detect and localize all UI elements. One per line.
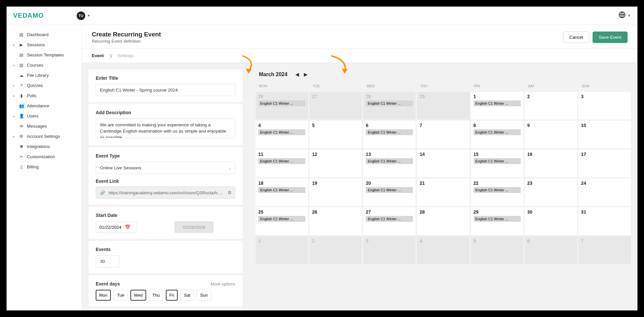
language-menu[interactable]: ▼ <box>618 11 631 20</box>
calendar-cell[interactable]: 26English C1 Winter ... <box>256 92 308 119</box>
calendar-event-chip[interactable]: English C1 Winter ... <box>258 158 305 164</box>
calendar-cell[interactable]: 14 <box>417 150 469 177</box>
calendar-cell[interactable]: 9 <box>525 121 577 148</box>
calendar-cell[interactable]: 30 <box>525 207 577 235</box>
calendar-cell[interactable]: 28English C1 Winter ... <box>363 92 416 119</box>
calendar-event-chip[interactable]: English C1 Winter ... <box>258 129 305 135</box>
day-chip-sat[interactable]: Sat <box>180 290 194 301</box>
calendar-cell[interactable]: 17 <box>578 150 631 177</box>
calendar-cell[interactable]: 23 <box>525 179 577 206</box>
calendar-cell[interactable]: 25English C1 Winter ... <box>256 207 308 235</box>
calendar-cell[interactable]: 24 <box>578 179 631 206</box>
calendar-cell[interactable]: 4English C1 Winter ... <box>256 121 308 148</box>
calendar-cell[interactable]: 22English C1 Winter ... <box>471 179 523 206</box>
calendar-cell[interactable]: 1English C1 Winter ... <box>471 92 523 119</box>
calendar-next-button[interactable]: ▶ <box>304 72 308 77</box>
calendar-event-chip[interactable]: English C1 Winter ... <box>366 100 413 106</box>
calendar-cell[interactable]: 27 <box>309 92 362 119</box>
calendar-day-number: 10 <box>581 123 628 128</box>
calendar-event-chip[interactable]: English C1 Winter ... <box>474 216 521 222</box>
description-input[interactable] <box>96 118 235 138</box>
sidebar-item-quizzes[interactable]: ▸?Quizzes <box>7 80 82 91</box>
calendar-cell[interactable]: 1 <box>256 236 308 264</box>
calendar-cell[interactable]: 7 <box>578 236 631 264</box>
calendar-event-chip[interactable]: English C1 Winter ... <box>366 187 413 193</box>
courses-icon: ▥ <box>19 63 24 68</box>
calendar-cell[interactable]: 3 <box>578 92 631 119</box>
title-input[interactable] <box>96 84 235 96</box>
calendar-cell[interactable]: 8English C1 Winter ... <box>471 121 523 148</box>
calendar-cell[interactable]: 20English C1 Winter ... <box>363 179 416 206</box>
day-chip-wed[interactable]: Wed <box>130 290 146 301</box>
calendar-cell[interactable]: 4 <box>417 236 469 264</box>
day-chip-tue[interactable]: Tue <box>113 290 128 301</box>
calendar-cell[interactable]: 2 <box>309 236 362 264</box>
sidebar-item-account-settings[interactable]: ▸⚙Account Settings <box>7 131 82 141</box>
calendar-cell[interactable]: 29 <box>417 92 469 119</box>
calendar-cell[interactable]: 2 <box>525 92 577 119</box>
sidebar-item-session-templates[interactable]: ▤Session Templates <box>7 50 82 60</box>
calendar-event-chip[interactable]: English C1 Winter ... <box>366 129 413 135</box>
calendar-cell[interactable]: 10 <box>578 121 631 148</box>
sidebar-item-attendance[interactable]: 👥Attendance <box>7 101 82 111</box>
calendar-event-chip[interactable]: English C1 Winter ... <box>474 100 521 106</box>
more-options-days-link[interactable]: More options <box>211 282 235 286</box>
sidebar-item-sessions[interactable]: ▸▶Sessions <box>7 40 82 50</box>
calendar-cell[interactable]: 3 <box>363 236 416 264</box>
calendar-cell[interactable]: 29English C1 Winter ... <box>471 207 523 235</box>
calendar-cell[interactable]: 27English C1 Winter ... <box>363 207 416 235</box>
sidebar-item-label: Session Templates <box>27 53 64 57</box>
user-menu[interactable]: TU ▼ <box>77 11 90 20</box>
calendar-cell[interactable]: 11English C1 Winter ... <box>256 150 308 177</box>
sidebar-item-file-library[interactable]: ☁File Library <box>7 70 82 80</box>
calendar-cell[interactable]: 26 <box>309 207 362 235</box>
start-date-input[interactable]: 01/22/2024 📅 <box>96 221 137 233</box>
calendar-event-chip[interactable]: English C1 Winter ... <box>366 158 413 164</box>
sidebar-item-customization[interactable]: ✂Customization <box>7 152 82 162</box>
calendar-cell[interactable]: 16 <box>525 150 577 177</box>
attendance-icon: 👥 <box>19 103 24 108</box>
calendar-event-chip[interactable]: English C1 Winter ... <box>258 216 305 222</box>
calendar-event-chip[interactable]: English C1 Winter ... <box>258 187 305 193</box>
calendar-cell[interactable]: 19 <box>309 179 362 206</box>
sidebar-item-courses[interactable]: ▸▥Courses <box>7 60 82 70</box>
calendar-cell[interactable]: 5 <box>309 121 362 148</box>
sidebar-item-billing[interactable]: ▯Billing <box>7 162 82 172</box>
calendar-day-number: 2 <box>527 94 575 99</box>
save-event-button[interactable]: Save Event <box>593 32 628 43</box>
calendar-event-chip[interactable]: English C1 Winter ... <box>474 129 521 135</box>
sidebar-item-polls[interactable]: ▸▮Polls <box>7 91 82 101</box>
breadcrumb-event[interactable]: Event <box>92 53 104 58</box>
events-count-input[interactable] <box>96 255 119 267</box>
calendar-cell[interactable]: 13English C1 Winter ... <box>363 150 416 177</box>
calendar-cell[interactable]: 15English C1 Winter ... <box>471 150 523 177</box>
day-chip-mon[interactable]: Mon <box>96 290 111 301</box>
calendar-event-chip[interactable]: English C1 Winter ... <box>258 100 305 106</box>
calendar-cell[interactable]: 6English C1 Winter ... <box>363 121 416 148</box>
breadcrumb-settings[interactable]: Settings <box>118 53 134 58</box>
copy-icon[interactable]: ⧉ <box>228 190 231 195</box>
calendar-prev-button[interactable]: ◀ <box>295 72 299 77</box>
cancel-button[interactable]: Cancel <box>563 32 589 43</box>
calendar-cell[interactable]: 7 <box>417 121 469 148</box>
calendar-cell[interactable]: 18English C1 Winter ... <box>256 179 308 206</box>
calendar-cell[interactable]: 21 <box>417 179 469 206</box>
sidebar-item-integrations[interactable]: ✖Integrations <box>7 141 82 152</box>
users-icon: 👤 <box>19 114 24 118</box>
day-chip-thu[interactable]: Thu <box>149 290 163 301</box>
calendar-cell[interactable]: 6 <box>525 236 577 264</box>
calendar-event-chip[interactable]: English C1 Winter ... <box>366 216 413 222</box>
sidebar-item-users[interactable]: ▸👤Users <box>7 111 82 121</box>
calendar-event-chip[interactable]: English C1 Winter ... <box>474 187 521 193</box>
day-chip-sun[interactable]: Sun <box>197 290 211 301</box>
calendar-cell[interactable]: 31 <box>578 207 631 235</box>
sidebar-item-dashboard[interactable]: ▨Dashboard <box>7 30 82 40</box>
calendar-cell[interactable]: 12 <box>309 150 362 177</box>
day-chip-fri[interactable]: Fri <box>166 290 178 301</box>
sidebar-item-messages[interactable]: ✉Messages <box>7 121 82 131</box>
calendar-cell[interactable]: 5 <box>471 236 523 264</box>
event-type-select[interactable] <box>96 162 235 174</box>
calendar-day-number: 7 <box>581 238 628 243</box>
calendar-cell[interactable]: 28 <box>417 207 469 235</box>
calendar-event-chip[interactable]: English C1 Winter ... <box>474 158 521 164</box>
